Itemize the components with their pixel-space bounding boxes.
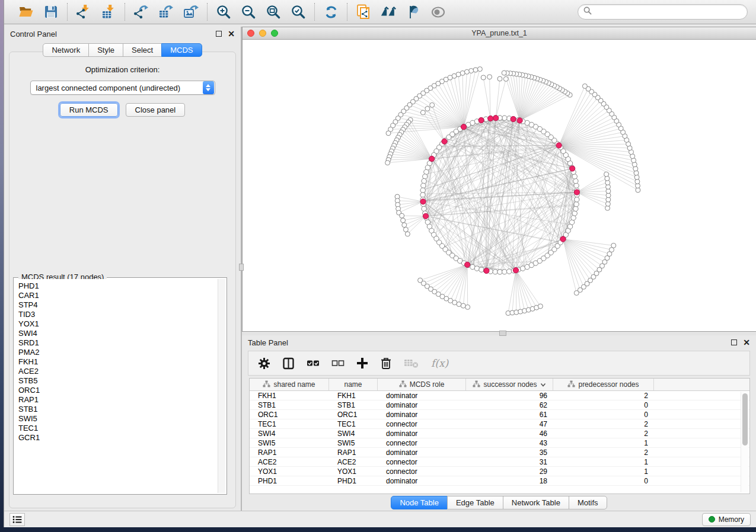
table-row[interactable]: ACE2ACE2connector311 bbox=[250, 457, 749, 467]
cell-shared-name: STB1 bbox=[250, 400, 329, 409]
sort-descending-icon bbox=[540, 380, 546, 389]
mcds-result-item[interactable]: GCR1 bbox=[18, 433, 225, 443]
show-all-icon[interactable] bbox=[430, 4, 446, 20]
export-network-icon[interactable] bbox=[133, 4, 149, 20]
tab-select[interactable]: Select bbox=[123, 43, 162, 57]
import-network-icon[interactable] bbox=[75, 4, 92, 20]
mcds-result-item[interactable]: ORC1 bbox=[18, 386, 225, 395]
search-input[interactable] bbox=[595, 8, 742, 17]
mcds-result-item[interactable]: SWI5 bbox=[18, 414, 225, 424]
settings-icon[interactable] bbox=[258, 357, 270, 370]
mcds-result-item[interactable]: YOX1 bbox=[18, 319, 225, 329]
select-all-icon[interactable] bbox=[307, 358, 320, 368]
table-scrollbar-thumb[interactable] bbox=[742, 393, 748, 446]
graph-hub-node bbox=[570, 166, 575, 171]
export-table-icon[interactable] bbox=[158, 4, 174, 20]
column-header-MCDS-role[interactable]: MCDS role bbox=[378, 379, 466, 390]
table-row[interactable]: STB1STB1dominator620 bbox=[250, 400, 749, 410]
mcds-result-item[interactable]: TID3 bbox=[18, 310, 225, 319]
hide-selected-icon[interactable] bbox=[405, 4, 422, 20]
tab-motifs[interactable]: Motifs bbox=[569, 496, 607, 509]
table-row[interactable]: TEC1TEC1connector472 bbox=[250, 419, 749, 429]
cell-shared-name: YOX1 bbox=[250, 467, 329, 476]
graph-hub-node bbox=[442, 139, 447, 144]
status-bar: Memory bbox=[4, 511, 756, 527]
column-visibility-icon[interactable] bbox=[282, 357, 295, 370]
column-header-name[interactable]: name bbox=[329, 379, 378, 390]
tab-style[interactable]: Style bbox=[88, 43, 123, 57]
open-file-icon[interactable] bbox=[18, 4, 34, 20]
graph-hub-node bbox=[479, 117, 484, 123]
mcds-result-list[interactable]: PHD1CAR1STP4TID3YOX1SWI4SRD1PMA2FKH1ACE2… bbox=[15, 279, 225, 493]
mcds-result-item[interactable]: SWI4 bbox=[18, 329, 225, 338]
mcds-result-item[interactable]: STB5 bbox=[18, 376, 225, 386]
tab-network[interactable]: Network bbox=[43, 43, 89, 57]
horizontal-splitter[interactable] bbox=[242, 332, 756, 335]
toolbar-group bbox=[10, 4, 67, 20]
import-table-icon[interactable] bbox=[100, 4, 117, 20]
close-panel-icon[interactable]: ✕ bbox=[228, 31, 235, 37]
column-header-successor-nodes[interactable]: successor nodes bbox=[466, 379, 553, 390]
mcds-result-item[interactable]: TEC1 bbox=[18, 424, 225, 433]
run-mcds-button[interactable]: Run MCDS bbox=[60, 103, 118, 117]
vertical-splitter[interactable] bbox=[241, 27, 242, 511]
add-column-icon[interactable] bbox=[356, 357, 368, 369]
cell-name: YOX1 bbox=[329, 467, 378, 476]
column-header-shared-name[interactable]: shared name bbox=[250, 379, 329, 390]
control-panel: Control Panel ✕ NetworkStyleSelectMCDS O… bbox=[4, 27, 241, 511]
table-row[interactable]: SWI5SWI5connector431 bbox=[250, 438, 749, 448]
zoom-fit-icon[interactable] bbox=[265, 4, 282, 20]
search-field[interactable] bbox=[578, 4, 748, 20]
zoom-in-icon[interactable] bbox=[215, 4, 232, 20]
tab-mcds[interactable]: MCDS bbox=[161, 43, 202, 57]
zoom-selected-icon[interactable] bbox=[290, 4, 307, 20]
new-network-from-selection-icon[interactable] bbox=[355, 4, 372, 20]
column-header-predecessor-nodes[interactable]: predecessor nodes bbox=[553, 379, 654, 390]
export-image-icon[interactable] bbox=[183, 4, 199, 20]
vertical-splitter-handle[interactable] bbox=[239, 264, 244, 271]
refresh-layout-icon[interactable] bbox=[323, 4, 339, 20]
optimization-criterion-select[interactable]: largest connected component (undirected) bbox=[30, 81, 215, 95]
tab-node-table[interactable]: Node Table bbox=[391, 496, 448, 509]
right-column: YPA_prune.txt_1 Table Panel bbox=[242, 27, 756, 511]
mcds-result-item[interactable]: STB1 bbox=[18, 405, 225, 414]
cell-predecessor-nodes: 1 bbox=[553, 457, 654, 466]
mcds-result-item[interactable]: SRD1 bbox=[18, 338, 225, 348]
tab-edge-table[interactable]: Edge Table bbox=[447, 496, 503, 509]
table-row[interactable]: YOX1YOX1connector291 bbox=[250, 467, 749, 476]
mcds-result-item[interactable]: RAP1 bbox=[18, 395, 225, 405]
close-panel-button[interactable]: Close panel bbox=[126, 103, 186, 117]
delete-column-icon[interactable] bbox=[380, 357, 392, 370]
graph-hub-node bbox=[423, 213, 428, 219]
float-table-panel-icon[interactable] bbox=[731, 339, 737, 345]
optimization-criterion-value: largest connected component (undirected) bbox=[31, 84, 203, 92]
mcds-result-group: MCDS result (17 nodes) PHD1CAR1STP4TID3Y… bbox=[13, 277, 227, 495]
memory-button[interactable]: Memory bbox=[702, 513, 751, 526]
control-panel-title: Control Panel bbox=[10, 30, 216, 39]
horizontal-splitter-handle[interactable] bbox=[499, 331, 506, 336]
save-session-icon[interactable] bbox=[43, 4, 59, 20]
mcds-result-item[interactable]: PMA2 bbox=[18, 348, 225, 357]
table-row[interactable]: PHD1PHD1dominator180 bbox=[250, 476, 749, 486]
close-table-panel-icon[interactable]: ✕ bbox=[743, 339, 750, 345]
mcds-result-item[interactable]: ACE2 bbox=[18, 367, 225, 376]
cell-MCDS-role: dominator bbox=[378, 448, 466, 457]
table-row[interactable]: SWI4SWI4dominator462 bbox=[250, 429, 749, 438]
mcds-result-item[interactable]: CAR1 bbox=[18, 291, 225, 300]
mcds-result-item[interactable]: STP4 bbox=[18, 300, 225, 310]
mcds-result-item[interactable]: FKH1 bbox=[18, 357, 225, 367]
mcds-list-scrollbar[interactable] bbox=[218, 279, 225, 493]
zoom-out-icon[interactable] bbox=[240, 4, 257, 20]
task-history-button[interactable] bbox=[9, 513, 25, 526]
table-row[interactable]: ORC1ORC1dominator610 bbox=[250, 410, 749, 419]
deselect-all-icon[interactable] bbox=[331, 358, 344, 368]
table-row[interactable]: RAP1RAP1dominator352 bbox=[250, 448, 749, 457]
mcds-result-item[interactable]: PHD1 bbox=[18, 281, 225, 291]
table-row[interactable]: FKH1FKH1dominator962 bbox=[250, 391, 749, 400]
main-toolbar bbox=[4, 0, 756, 24]
first-neighbors-icon[interactable] bbox=[380, 4, 397, 20]
float-panel-icon[interactable] bbox=[216, 31, 222, 37]
tab-network-table[interactable]: Network Table bbox=[503, 496, 569, 509]
network-graph[interactable] bbox=[243, 40, 756, 331]
table-scrollbar[interactable] bbox=[741, 392, 748, 492]
